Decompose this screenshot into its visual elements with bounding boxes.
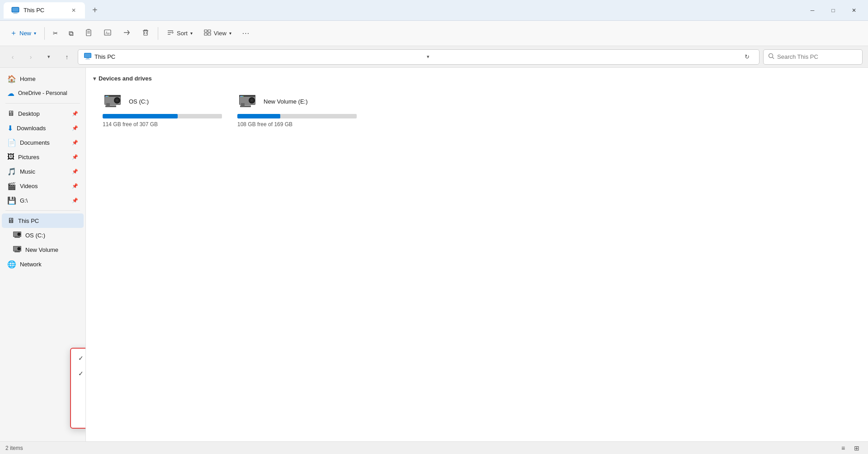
svg-rect-37 <box>14 251 20 252</box>
rename-button[interactable]: Aa <box>99 24 116 43</box>
context-menu-item[interactable]: Expand to current folder <box>71 411 86 426</box>
context-menu-item[interactable]: ✓ Show This PC <box>71 350 86 366</box>
drive-item[interactable]: OS (C:) 114 GB free of 307 GB <box>97 87 228 132</box>
sidebar-item-downloads[interactable]: ⬇ Downloads 📌 <box>2 121 84 135</box>
new-button[interactable]: ＋ New ▾ <box>5 24 41 43</box>
sidebar-desktop-label: Desktop <box>18 110 68 117</box>
context-menu-item[interactable]: Show all folders <box>71 396 86 411</box>
sidebar: 🏠 Home ☁ OneDrive - Personal 🖥 Desktop 📌… <box>0 68 86 441</box>
more-button[interactable]: ··· <box>238 24 254 43</box>
active-tab[interactable]: This PC ✕ <box>4 2 85 19</box>
cut-button[interactable]: ✂ <box>48 24 62 43</box>
refresh-button[interactable]: ↻ <box>741 51 754 63</box>
sidebar-item-osc[interactable]: OS (C:) <box>2 228 84 242</box>
content-area: ▾ Devices and drives <box>86 68 868 441</box>
context-menu-item[interactable]: Show libraries <box>71 381 86 396</box>
svg-rect-2 <box>12 8 19 12</box>
paste-button[interactable] <box>80 24 97 43</box>
downloads-icon: ⬇ <box>7 124 13 132</box>
address-bar-row: ‹ › ▾ ↑ This PC ▾ ↻ <box>0 46 868 68</box>
status-bar-right: ≡ ⊞ <box>837 443 863 453</box>
g-pin-icon: 📌 <box>72 198 78 203</box>
copy-icon: ⧉ <box>69 29 74 38</box>
view-button[interactable]: View ▾ <box>199 24 236 43</box>
osc-icon <box>13 231 22 240</box>
thispc-icon: 🖥 <box>7 217 14 225</box>
drive-item[interactable]: New Volume (E:) 108 GB free of 169 GB <box>231 87 363 132</box>
drive-icon <box>103 92 124 110</box>
onedrive-icon: ☁ <box>7 89 14 98</box>
sidebar-item-home[interactable]: 🏠 Home <box>2 71 84 86</box>
sidebar-downloads-label: Downloads <box>17 125 68 132</box>
svg-text:Aa: Aa <box>105 31 110 35</box>
paste-icon <box>85 28 93 38</box>
view-label: View <box>214 30 226 37</box>
search-input[interactable] <box>777 53 858 60</box>
sidebar-item-documents[interactable]: 📄 Documents 📌 <box>2 135 84 150</box>
tiles-view-button[interactable]: ⊞ <box>851 443 863 453</box>
forward-button[interactable]: › <box>24 50 38 64</box>
item-count: 2 items <box>5 445 23 451</box>
svg-rect-53 <box>240 105 251 107</box>
view-chevron-icon: ▾ <box>229 31 231 36</box>
up-button[interactable]: ↑ <box>60 50 74 64</box>
context-menu: ✓ Show This PC ✓ Show Network Show libra… <box>70 348 86 429</box>
sidebar-home-label: Home <box>20 76 78 82</box>
sidebar-item-g[interactable]: 💾 G:\ 📌 <box>2 193 84 208</box>
svg-rect-23 <box>85 53 91 57</box>
tab-title: This PC <box>24 7 44 14</box>
sidebar-item-newvol[interactable]: New Volume <box>2 242 84 257</box>
context-menu-check-icon: ✓ <box>78 355 86 362</box>
address-box[interactable]: This PC ▾ ↻ <box>78 49 760 65</box>
sidebar-item-thispc[interactable]: 🖥 This PC <box>2 213 84 228</box>
sidebar-item-onedrive[interactable]: ☁ OneDrive - Personal <box>2 86 84 100</box>
toolbar: ＋ New ▾ ✂ ⧉ Aa Sort ▾ <box>0 21 868 46</box>
sidebar-item-music[interactable]: 🎵 Music 📌 <box>2 164 84 179</box>
window-controls: ─ □ ✕ <box>802 3 864 18</box>
svg-point-39 <box>18 247 20 250</box>
back-button[interactable]: ‹ <box>5 50 20 64</box>
list-view-button[interactable]: ≡ <box>837 443 849 453</box>
documents-icon: 📄 <box>7 138 16 147</box>
copy-button[interactable]: ⧉ <box>64 24 78 43</box>
svg-rect-31 <box>14 237 20 238</box>
sort-icon <box>166 28 175 38</box>
new-tab-button[interactable]: + <box>89 4 101 16</box>
music-pin-icon: 📌 <box>72 169 78 175</box>
drive-bar-container <box>237 114 357 118</box>
sidebar-documents-label: Documents <box>20 139 68 146</box>
documents-pin-icon: 📌 <box>72 140 78 146</box>
sidebar-item-pictures[interactable]: 🖼 Pictures 📌 <box>2 150 84 164</box>
section-header[interactable]: ▾ Devices and drives <box>93 75 861 82</box>
breadcrumb-current[interactable]: This PC <box>94 53 115 60</box>
sidebar-music-label: Music <box>20 168 68 175</box>
sidebar-newvol-label: New Volume <box>25 246 78 253</box>
svg-line-27 <box>773 57 774 59</box>
minimize-button[interactable]: ─ <box>802 3 823 18</box>
pictures-icon: 🖼 <box>7 153 14 161</box>
tab-close-button[interactable]: ✕ <box>70 6 78 14</box>
sort-button[interactable]: Sort ▾ <box>162 24 197 43</box>
delete-icon <box>142 28 150 38</box>
search-box[interactable] <box>763 49 863 65</box>
new-chevron-icon: ▾ <box>34 31 36 36</box>
section-chevron-icon: ▾ <box>93 76 96 82</box>
drive-bar-fill <box>237 114 280 118</box>
toolbar-separator-1 <box>44 27 45 40</box>
delete-button[interactable] <box>137 24 154 43</box>
g-drive-icon: 💾 <box>7 196 16 205</box>
this-pc-tab-icon <box>11 6 20 15</box>
svg-rect-20 <box>204 33 207 35</box>
svg-rect-12 <box>144 31 147 35</box>
videos-pin-icon: 📌 <box>72 183 78 189</box>
sidebar-item-desktop[interactable]: 🖥 Desktop 📌 <box>2 106 84 121</box>
context-menu-item[interactable]: ✓ Show Network <box>71 366 86 381</box>
close-window-button[interactable]: ✕ <box>844 3 864 18</box>
maximize-button[interactable]: □ <box>823 3 844 18</box>
address-dropdown-button[interactable]: ▾ <box>422 51 434 63</box>
recent-locations-button[interactable]: ▾ <box>42 50 56 64</box>
sidebar-item-network[interactable]: 🌐 Network <box>2 257 84 271</box>
desktop-icon: 🖥 <box>7 109 14 118</box>
share-button[interactable] <box>118 24 135 43</box>
sidebar-item-videos[interactable]: 🎬 Videos 📌 <box>2 179 84 193</box>
